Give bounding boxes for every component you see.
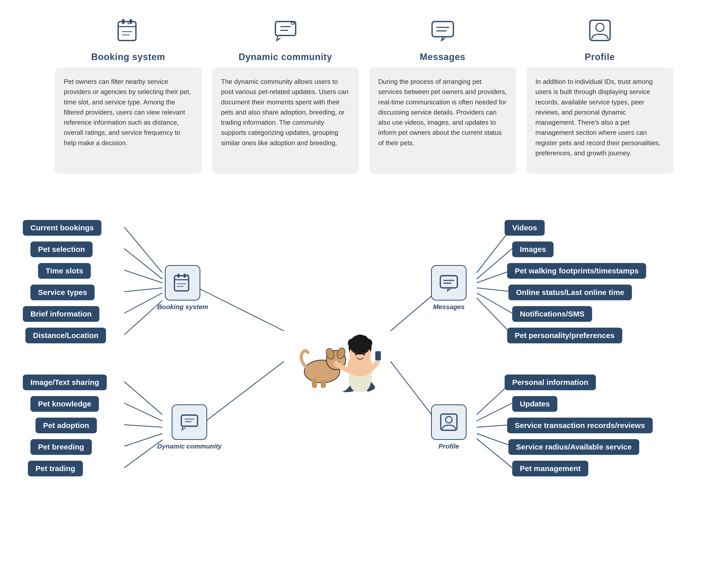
pill-pet-management: Pet management [512, 461, 588, 476]
svg-rect-1 [122, 19, 125, 24]
svg-line-32 [477, 270, 512, 283]
messages-description: During the process of arranging pet serv… [369, 67, 516, 174]
dynamic-node-label: Dynamic community [157, 442, 222, 450]
pill-pet-walking: Pet walking footprints/timestamps [507, 263, 646, 279]
center-person [269, 301, 406, 397]
booking-node-label: Booking system [157, 303, 208, 311]
pill-online-status: Online status/Last online time [509, 284, 632, 300]
svg-line-41 [477, 439, 512, 468]
mindmap-section: Current bookings Pet selection Time slot… [0, 194, 728, 503]
svg-line-22 [124, 301, 162, 335]
messages-title: Messages [420, 52, 465, 62]
svg-rect-44 [178, 274, 180, 278]
dynamic-description: The dynamic community allows users to po… [212, 67, 359, 174]
profile-node: Profile [431, 405, 467, 450]
pill-updates: Updates [512, 396, 557, 412]
svg-point-71 [363, 352, 365, 356]
pill-videos: Videos [504, 220, 545, 236]
svg-text:▶: ▶ [291, 21, 294, 25]
pill-pet-knowledge: Pet knowledge [30, 396, 99, 412]
profile-node-icon [431, 405, 467, 440]
svg-line-34 [477, 293, 512, 313]
pill-images: Images [512, 242, 553, 257]
pill-notifications: Notifications/SMS [512, 306, 592, 322]
svg-line-21 [124, 293, 162, 313]
booking-node-icon: + [165, 265, 200, 301]
pill-image-text-sharing: Image/Text sharing [23, 375, 107, 390]
svg-line-33 [477, 288, 512, 292]
profile-description: In addition to individual IDs, trust amo… [526, 67, 674, 174]
pill-pet-selection: Pet selection [30, 242, 93, 257]
dynamic-node: Dynamic community [157, 405, 222, 450]
pill-pet-breeding: Pet breeding [30, 439, 92, 455]
dynamic-title: Dynamic community [239, 52, 332, 62]
svg-rect-73 [440, 276, 457, 288]
message-icon [427, 15, 458, 46]
svg-rect-72 [375, 351, 381, 360]
svg-rect-45 [184, 274, 186, 278]
svg-line-40 [477, 434, 512, 446]
svg-line-27 [124, 434, 162, 446]
svg-text:+: + [186, 273, 189, 278]
svg-rect-2 [130, 19, 132, 24]
pill-pet-adoption: Pet adoption [35, 418, 97, 433]
dynamic-node-icon [172, 405, 207, 440]
pill-distance-location: Distance/Location [25, 328, 106, 343]
svg-line-24 [124, 382, 162, 415]
booking-icon: + [113, 15, 144, 46]
booking-description: Pet owners can filter nearby service pro… [55, 67, 202, 174]
feature-profile: Profile In addition to individual IDs, t… [526, 15, 674, 174]
svg-line-20 [124, 288, 162, 292]
feature-booking: + Booking system Pet owners can filter n… [55, 15, 202, 174]
svg-line-38 [477, 403, 512, 421]
booking-node: + Booking system [157, 265, 208, 311]
pill-time-slots: Time slots [38, 263, 91, 279]
svg-line-26 [124, 425, 162, 427]
pill-service-types: Service types [30, 284, 95, 300]
pill-service-transaction: Service transaction records/reviews [507, 418, 653, 433]
svg-line-18 [124, 249, 162, 279]
feature-dynamic: ▶ Dynamic community The dynamic communit… [212, 15, 359, 174]
community-icon: ▶ [270, 15, 301, 46]
messages-node-icon [431, 265, 467, 301]
messages-node: Messages [431, 265, 467, 311]
svg-line-25 [124, 403, 162, 421]
svg-rect-43 [175, 276, 189, 291]
profile-icon [585, 15, 615, 46]
profile-node-label: Profile [439, 442, 459, 450]
svg-line-39 [477, 425, 512, 427]
svg-point-77 [445, 417, 452, 423]
pill-pet-trading: Pet trading [28, 461, 83, 476]
feature-messages: Messages During the process of arranging… [369, 15, 516, 174]
pill-service-radius: Service radius/Available service [509, 439, 639, 455]
features-section: + Booking system Pet owners can filter n… [0, 0, 728, 194]
svg-rect-59 [312, 379, 317, 388]
pill-personal-information: Personal information [504, 375, 596, 390]
profile-title: Profile [585, 52, 615, 62]
svg-point-70 [355, 352, 358, 356]
svg-line-31 [477, 249, 512, 279]
svg-line-17 [124, 227, 162, 273]
mindmap: Current bookings Pet selection Time slot… [15, 204, 713, 483]
svg-text:+: + [127, 21, 130, 26]
svg-point-69 [357, 334, 364, 341]
messages-node-label: Messages [433, 303, 465, 311]
svg-line-35 [477, 298, 512, 335]
svg-rect-12 [432, 22, 453, 37]
pill-pet-personality: Pet personality/preferences [507, 328, 622, 343]
booking-title: Booking system [91, 52, 165, 62]
svg-line-19 [124, 270, 162, 283]
svg-rect-60 [321, 380, 326, 388]
pill-brief-information: Brief information [23, 306, 99, 322]
svg-line-28 [124, 440, 162, 468]
pill-current-bookings: Current bookings [23, 220, 101, 236]
svg-rect-50 [181, 415, 198, 426]
svg-point-16 [596, 23, 604, 31]
